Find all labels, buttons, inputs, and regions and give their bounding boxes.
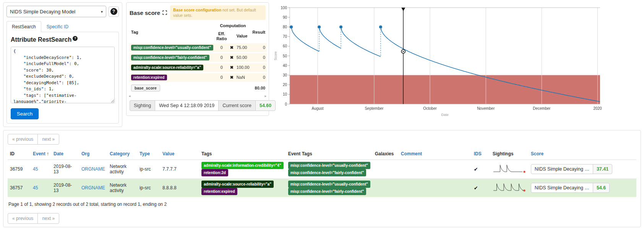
base-score-title: Base score: [130, 10, 160, 16]
col-header-event[interactable]: Event ↑: [31, 148, 51, 160]
col-header-category[interactable]: Category: [107, 148, 137, 160]
base-score-row: misp:confidence-level="fairly-confident"…: [130, 53, 267, 62]
event-tag-badge[interactable]: misp:confidence-level="fairly-confident": [288, 188, 367, 195]
score-model-button[interactable]: NIDS Simple Decaying …: [531, 164, 593, 174]
results-rows: 36759452019-08-13ORGNAMENetwork activity…: [8, 160, 636, 197]
decay-chart[interactable]: 0102030405060708090100AugustSeptemberOct…: [273, 2, 605, 122]
eff-ratio-value: 0: [215, 63, 229, 72]
x-tick-label: August: [312, 106, 324, 111]
cell-score: NIDS Simple Decaying …54.6: [529, 179, 636, 197]
col-computation: Computation: [215, 23, 251, 29]
computation-value: 50.00: [235, 53, 251, 62]
next-page-button[interactable]: next »: [37, 134, 59, 145]
warning-strong-text: Base score configuration: [173, 8, 221, 12]
org-link[interactable]: ORGNAME: [81, 185, 105, 191]
heading-help-icon[interactable]: ?: [73, 36, 78, 41]
decay-curve-segment: [291, 27, 319, 51]
sighting-value: Wed Sep 4 12:18:09 2019: [155, 100, 219, 111]
result-value: 0: [251, 73, 267, 82]
previous-page-button[interactable]: « previous: [8, 134, 38, 145]
horizontal-scrollbar: ◄ ►: [127, 94, 269, 98]
tag-badge[interactable]: admiralty-scale:information-credibility=…: [201, 162, 284, 169]
event-tag-badge[interactable]: misp:confidence-level="usually-confident…: [288, 162, 370, 169]
attribute-restsearch-heading: Attribute RestSearch?: [11, 36, 115, 43]
expand-icon[interactable]: [162, 10, 167, 15]
base-score-row: admiralty-scale:source-reliability="a"0✖…: [130, 63, 267, 72]
result-value: 0: [251, 63, 267, 72]
base-score-warning: Base score configuration not set. But de…: [170, 5, 266, 20]
y-tick-label: 0: [285, 102, 287, 106]
cell-category: Network activity: [107, 179, 137, 197]
scroll-right-arrow-icon[interactable]: ►: [264, 94, 267, 98]
restsearch-query-textarea[interactable]: [11, 47, 115, 103]
attribute-row: 36757452019-08-13ORGNAMENetwork activity…: [8, 179, 636, 197]
sighting-group: Sighting Wed Sep 4 12:18:09 2019 Current…: [130, 100, 266, 111]
last-sighting-dot: [523, 189, 525, 191]
tag-badge[interactable]: retention:2d: [201, 169, 228, 176]
result-value: 0: [251, 43, 267, 52]
computation-value: 75.00: [235, 43, 251, 52]
search-tabs: RestSearch Specific ID: [6, 21, 119, 32]
computation-value: 100.00: [235, 63, 251, 72]
col-header-comment[interactable]: Comment: [399, 148, 472, 160]
model-help-button[interactable]: ?: [109, 7, 119, 17]
y-tick-label: 100: [281, 6, 287, 10]
base-score-row: retention:expired0✖NaN0: [130, 73, 267, 82]
last-sighting-dot: [523, 171, 525, 173]
next-page-button[interactable]: next »: [37, 213, 59, 224]
col-header-ids[interactable]: IDS: [472, 148, 490, 160]
previous-page-button[interactable]: « previous: [8, 213, 38, 224]
sighting-point[interactable]: [318, 25, 321, 28]
x-tick-label: November: [477, 106, 495, 111]
sort-asc-icon: ↑: [45, 151, 49, 156]
tag-badge[interactable]: admiralty-scale:source-reliability="a": [201, 181, 274, 188]
sighting-point[interactable]: [290, 25, 293, 28]
cell-event-tags: misp:confidence-level="usually-confident…: [286, 160, 373, 179]
y-tick-label: 80: [283, 25, 287, 29]
col-header-value[interactable]: Value: [160, 148, 199, 160]
base-score-row: misp:confidence-level="usually-confident…: [130, 43, 267, 52]
x-axis-label: Date: [441, 113, 448, 117]
scroll-left-arrow-icon[interactable]: ◄: [128, 94, 131, 98]
event-link[interactable]: 45: [33, 166, 38, 172]
tag-badge: admiralty-scale:source-reliability="a": [131, 65, 203, 70]
x-tick-label: October: [423, 106, 437, 111]
cell-score: NIDS Simple Decaying …37.41: [529, 160, 636, 179]
results-header-row: IDEvent ↑DateOrgCategoryTypeValueTagsEve…: [8, 148, 636, 160]
base-score-total-row: base_score 80.00: [130, 83, 267, 93]
tab-restsearch[interactable]: RestSearch: [6, 21, 41, 32]
base-score-table: Tag Computation Result Eff. Ratio Value …: [130, 21, 267, 94]
org-link[interactable]: ORGNAME: [81, 166, 105, 172]
results-panel: « previous next » IDEvent ↑DateOrgCatego…: [3, 130, 641, 227]
event-tag-badge[interactable]: misp:confidence-level="fairly-confident": [288, 169, 367, 176]
current-score-label: Current score: [218, 100, 256, 111]
cell-date: 2019-08-13: [51, 179, 79, 197]
eff-ratio-value: 0: [215, 73, 229, 82]
col-header-tags: Tags: [199, 148, 286, 160]
sighting-label: Sighting: [130, 100, 155, 111]
search-button[interactable]: Search: [11, 108, 39, 119]
y-tick-label: 30: [283, 73, 287, 77]
event-link[interactable]: 45: [33, 185, 38, 191]
model-select-row: NIDS Simple Decaying Model ▾ ?: [6, 6, 119, 17]
y-axis-label: Score: [274, 51, 277, 60]
model-select[interactable]: NIDS Simple Decaying Model ▾: [6, 6, 106, 17]
sightings-sparkline: [493, 163, 526, 174]
tag-badge[interactable]: retention:expired: [201, 188, 237, 195]
decay-curve-segment: [341, 27, 381, 56]
col-header-type[interactable]: Type: [137, 148, 160, 160]
sighting-point[interactable]: [379, 25, 382, 28]
base-score-badge: base_score: [131, 85, 160, 91]
sighting-point[interactable]: [339, 25, 342, 28]
event-tag-badge[interactable]: misp:confidence-level="usually-confident…: [288, 181, 370, 188]
cell-comment: [399, 160, 472, 179]
cell-id: 36759: [8, 160, 31, 179]
col-header-sightings: Sightings: [490, 148, 529, 160]
cell-type: ip-src: [137, 160, 160, 179]
col-header-date[interactable]: Date: [51, 148, 79, 160]
result-value: 0: [251, 53, 267, 62]
col-header-score[interactable]: Score: [529, 148, 636, 160]
score-model-button[interactable]: NIDS Simple Decaying …: [531, 183, 593, 193]
tab-specific-id[interactable]: Specific ID: [41, 21, 74, 32]
col-header-org[interactable]: Org: [79, 148, 107, 160]
